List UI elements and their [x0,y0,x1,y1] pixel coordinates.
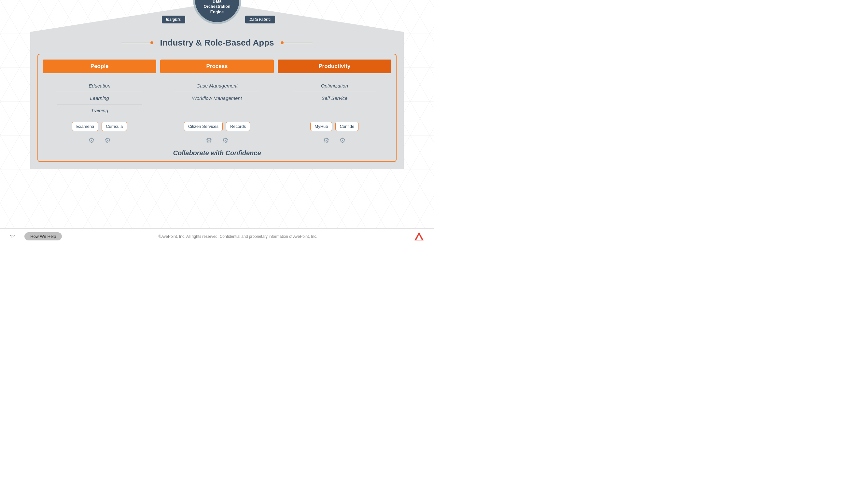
house-structure: Data Orchestration Engine Multi-Cloud Au… [30,3,403,169]
section-title-row: Industry & Role-Based Apps [37,38,396,48]
gear-icon-3: ⚙ [206,136,212,145]
productivity-items: Optimization Self Service [278,80,391,116]
engine-circle-container: Data Orchestration Engine Multi-Cloud Au… [185,0,250,24]
process-header: Process [160,60,274,73]
column-process: Process Case Management Workflow Managem… [160,60,274,145]
productivity-item-1: Self Service [289,93,380,103]
engine-circle: Data Orchestration Engine [193,0,241,24]
apps-box: People Education Learning Training [37,54,396,162]
column-productivity: Productivity Optimization Self Service M… [278,60,391,145]
people-items: Education Learning Training [43,80,156,116]
process-item-0: Case Management [172,80,262,91]
app-myhub: MyHub [310,122,332,131]
people-header: People [43,60,156,73]
tag-data-fabric: Data Fabric [245,15,275,24]
app-examena: Examena [72,122,98,131]
collaborate-text: Collaborate with Confidence [43,149,391,157]
section-title: Industry & Role-Based Apps [160,38,274,48]
app-citizen-services: Citizen Services [184,122,223,131]
footer-copyright: ©AvePoint, Inc. All rights reserved. Con… [62,234,414,239]
gear-icon-5: ⚙ [323,136,330,145]
app-curricula: Curricula [101,122,127,131]
app-records: Records [226,122,250,131]
footer: 12 How We Help ©AvePoint, Inc. All right… [0,228,434,244]
page-number: 12 [10,234,20,239]
process-items: Case Management Workflow Management [160,80,274,116]
gear-icon-2: ⚙ [104,136,111,145]
app-confide: Confide [335,122,359,131]
productivity-header: Productivity [278,60,391,73]
engine-title: Data Orchestration Engine [204,0,230,14]
footer-tab: How We Help [24,232,62,240]
tag-insights: Insights [162,15,185,24]
productivity-item-0: Optimization [289,80,380,91]
avepoint-logo [414,231,424,242]
people-item-1: Learning [54,93,145,103]
people-item-0: Education [54,80,145,91]
gear-icon-1: ⚙ [88,136,95,145]
column-people: People Education Learning Training [43,60,156,145]
process-item-1: Workflow Management [172,93,262,103]
house-body: Industry & Role-Based Apps People [30,32,403,169]
main-layout: Data Orchestration Engine Multi-Cloud Au… [0,0,434,228]
gear-icon-4: ⚙ [222,136,228,145]
people-item-2: Training [54,105,145,116]
columns-container: People Education Learning Training [43,60,391,145]
gear-icon-6: ⚙ [339,136,346,145]
